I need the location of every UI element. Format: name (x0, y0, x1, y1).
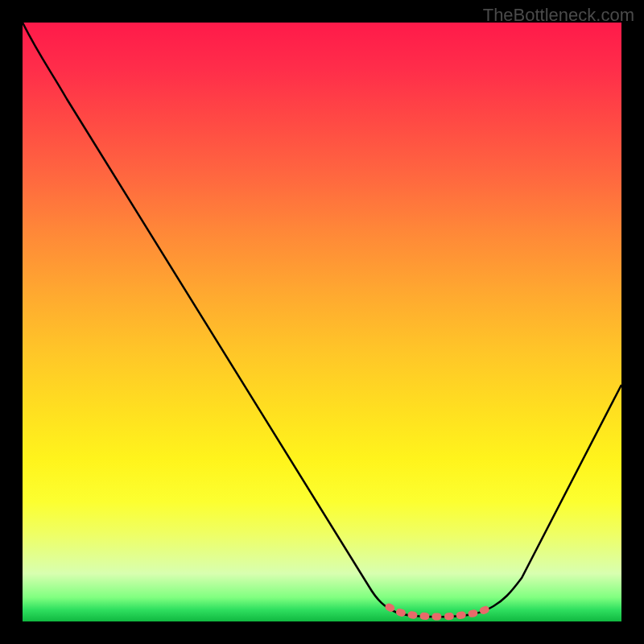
watermark-text: TheBottleneck.com (483, 5, 634, 26)
highlight-segment (389, 607, 491, 617)
bottleneck-curve (23, 23, 621, 621)
chart-container: TheBottleneck.com (0, 0, 644, 644)
curve-path (23, 23, 621, 617)
plot-area (23, 23, 621, 621)
